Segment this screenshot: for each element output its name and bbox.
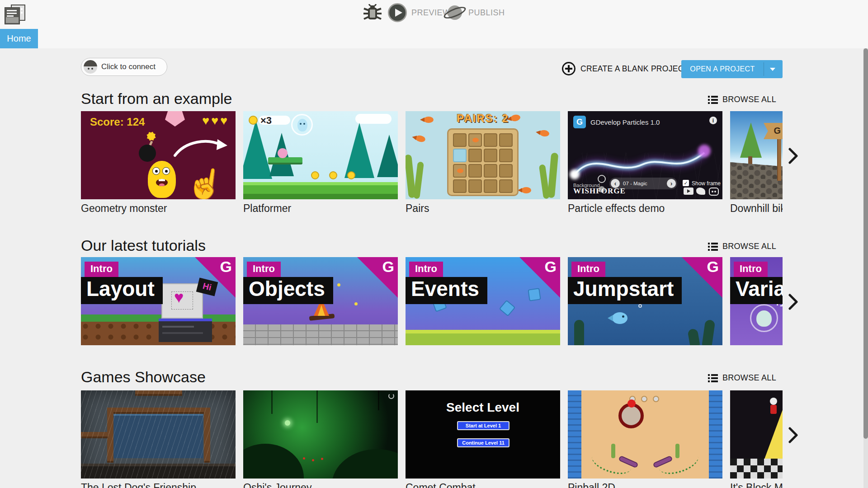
example-card-downhill-bike[interactable]: G: [730, 111, 783, 199]
scroll-right-examples-button[interactable]: [788, 148, 798, 164]
list-icon: [708, 242, 718, 251]
card-label: Platformer: [243, 202, 406, 215]
scroll-right-tutorials-button[interactable]: [788, 294, 798, 310]
card-label: Pairs: [406, 202, 568, 215]
tutorial-title: Jumpstart: [568, 277, 682, 304]
objects-panel: [159, 319, 212, 342]
fish-sprite: [612, 312, 627, 324]
scrollbar-thumb[interactable]: [863, 48, 868, 439]
checker-floor: [730, 459, 783, 479]
intro-badge: Intro: [85, 262, 118, 277]
restart-icon: [388, 393, 394, 399]
platform-sprite: [268, 157, 302, 164]
play-icon: [388, 3, 407, 22]
youtube-icon: [684, 188, 693, 195]
showcase-card-oshi[interactable]: [243, 390, 398, 479]
plus-icon: [562, 62, 576, 75]
intro-badge: Intro: [247, 262, 281, 277]
tree: [740, 122, 762, 158]
tutorial-card-jumpstart[interactable]: G Intro Jumpstart: [568, 257, 722, 345]
tutorial-card-events[interactable]: G Intro Events: [406, 257, 560, 345]
coin-counter: ×3: [260, 115, 272, 127]
showcase-card-pinball[interactable]: [568, 390, 722, 479]
gdevelop-home-screen: PREVIEW PUBLISH Home Click to connect CR…: [0, 0, 868, 488]
tutorial-card-layout[interactable]: ♥ Hi G Intro Layout: [81, 257, 236, 345]
coin-icon: [249, 116, 258, 125]
debugger-icon[interactable]: [362, 4, 383, 23]
hearts-icons: ♥♥♥: [202, 114, 229, 128]
tutorial-title: Layout: [81, 277, 163, 304]
particles-title: GDevelop Particles 1.0: [590, 118, 660, 126]
intro-badge: Intro: [734, 262, 768, 277]
effect-name: 07 - Magic: [623, 178, 647, 189]
connect-label: Click to connect: [101, 58, 156, 75]
gdevelop-logo-icon: G: [382, 258, 394, 276]
card-label: The Lost Dog's Frienship: [81, 482, 244, 488]
example-card-geometry-monster[interactable]: Score: 124 ♥♥♥ ☝: [81, 111, 236, 199]
character-sprite: [770, 405, 777, 414]
spark-icon: [147, 132, 156, 141]
section-title-tutorials: Our latest tutorials: [81, 235, 206, 255]
connect-button[interactable]: Click to connect: [81, 58, 167, 76]
ground: [243, 182, 398, 199]
card-label: It's Block Ma: [730, 482, 783, 488]
example-card-platformer[interactable]: ×3: [243, 111, 398, 199]
intro-badge: Intro: [409, 262, 443, 277]
preview-button[interactable]: PREVIEW: [388, 3, 451, 23]
monster-sprite: [148, 161, 176, 198]
show-frame-label: Show frame: [692, 180, 721, 187]
showcase-card-blocks[interactable]: BLOCKS: [730, 390, 783, 479]
card-board: [447, 128, 519, 196]
planet-icon: [446, 4, 464, 22]
tab-home[interactable]: Home: [0, 29, 38, 48]
list-icon: [708, 374, 718, 382]
wishforge-logo: WISHFORGE: [573, 187, 626, 196]
publish-button[interactable]: PUBLISH: [446, 3, 505, 23]
gdevelop-logo-icon: G: [220, 258, 232, 276]
examples-row: Score: 124 ♥♥♥ ☝: [81, 111, 783, 220]
bubble-icon: [291, 114, 313, 136]
project-manager-icon[interactable]: [5, 5, 25, 25]
swipe-arrow-icon: [171, 137, 230, 157]
tutorial-title: Events: [406, 277, 487, 304]
browse-all-showcase-button[interactable]: BROWSE ALL: [708, 371, 776, 384]
tutorial-title: Variables: [730, 277, 783, 304]
hand-cursor-icon: ☝: [184, 166, 226, 199]
example-card-particle-effects[interactable]: G GDevelop Particles 1.0 i Background ‹ …: [568, 111, 722, 199]
open-project-button[interactable]: OPEN A PROJECT: [681, 60, 783, 78]
card-label: Pinball 2D: [568, 482, 731, 488]
showcase-card-comet-combat[interactable]: Select Level Start at Level 1 Continue L…: [406, 390, 560, 479]
particle-wave: [568, 135, 722, 184]
pairs-score-text: PAIRS: 2: [406, 112, 560, 125]
card-label: Particle effects demo: [568, 202, 731, 215]
example-card-pairs[interactable]: PAIRS: 2: [406, 111, 560, 199]
intro-badge: Intro: [571, 262, 605, 277]
ghost-sprite: [756, 310, 772, 327]
browse-all-tutorials-button[interactable]: BROWSE ALL: [708, 240, 776, 253]
discord-icon: [709, 188, 719, 196]
scroll-right-showcase-button[interactable]: [788, 427, 798, 443]
tutorial-card-variables[interactable]: +1 G Intro Variables: [730, 257, 783, 345]
open-project-label: OPEN A PROJECT: [681, 60, 764, 78]
chevron-down-icon[interactable]: [770, 68, 775, 71]
card-label: Geometry monster: [81, 202, 244, 215]
card-label: Downhill bike: [730, 202, 783, 215]
browse-all-examples-button[interactable]: BROWSE ALL: [708, 93, 776, 106]
showcase-row: Select Level Start at Level 1 Continue L…: [81, 390, 783, 488]
select-level-title: Select Level: [406, 400, 560, 415]
tutorial-title: Objects: [243, 277, 333, 304]
card-label: Comet Combat: [406, 482, 568, 488]
show-frame-checkbox: ✓: [683, 180, 689, 186]
gdevelop-logo-icon: G: [573, 116, 586, 128]
info-icon: i: [709, 117, 717, 124]
tutorials-row: ♥ Hi G Intro Layout G Intro Objects: [81, 257, 783, 345]
pinball: [627, 399, 636, 408]
bomb-icon: [139, 145, 156, 162]
score-text: Score: 124: [90, 116, 145, 128]
top-toolbar: PREVIEW PUBLISH Home: [0, 0, 868, 48]
gdevelop-logo-icon: G: [545, 258, 557, 276]
tutorial-card-objects[interactable]: G Intro Objects: [243, 257, 398, 345]
showcase-card-lost-dog[interactable]: [81, 390, 236, 479]
section-title-showcase: Games Showcase: [81, 367, 206, 387]
publish-label: PUBLISH: [468, 8, 505, 18]
